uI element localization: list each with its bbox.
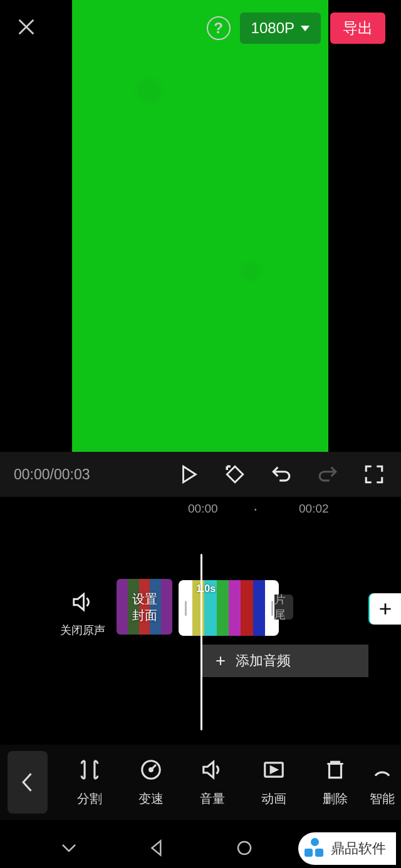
ruler-tick: 00:00: [188, 502, 218, 516]
tool-label: 变速: [120, 790, 182, 807]
timeline[interactable]: 关闭原声 设置 封面 1.0s 片尾 添加音频: [0, 519, 401, 720]
tool-label: 智能: [363, 790, 401, 807]
svg-point-1: [150, 768, 153, 771]
clip-handle-left[interactable]: [179, 580, 192, 636]
time-ruler: 00:00 • 00:02: [0, 499, 401, 518]
clip-content[interactable]: 1.0s: [192, 580, 265, 636]
selected-clip[interactable]: 1.0s: [179, 580, 279, 636]
clip-end-tag[interactable]: 片尾: [274, 595, 293, 620]
tool-animation[interactable]: 动画: [243, 758, 305, 807]
playhead[interactable]: [200, 554, 202, 730]
time-display: 00:00/00:03: [14, 466, 90, 483]
player-bar: 00:00/00:03: [0, 452, 401, 497]
mute-label: 关闭原声: [60, 623, 105, 638]
tool-label: 音量: [182, 790, 243, 807]
nav-back-icon[interactable]: [147, 839, 166, 860]
tool-split[interactable]: 分割: [59, 758, 120, 807]
top-bar: ? 1080P 导出: [0, 0, 401, 56]
set-cover-button[interactable]: 设置 封面: [117, 579, 172, 635]
redo-icon[interactable]: [317, 464, 338, 485]
tool-volume[interactable]: 音量: [182, 758, 243, 807]
tool-speed[interactable]: 变速: [120, 758, 182, 807]
watermark-logo-icon: [305, 838, 326, 859]
help-icon[interactable]: ?: [207, 16, 231, 40]
nav-menu-icon[interactable]: [60, 839, 78, 860]
svg-point-3: [238, 842, 251, 854]
cover-label: 设置 封面: [132, 591, 157, 623]
tool-label: 分割: [59, 790, 120, 807]
add-clip-button[interactable]: [370, 593, 401, 625]
play-icon[interactable]: [178, 464, 199, 485]
watermark: 鼎品软件: [298, 832, 396, 865]
export-button[interactable]: 导出: [330, 13, 385, 44]
tool-back-button[interactable]: [8, 751, 48, 814]
add-audio-label: 添加音频: [236, 651, 291, 670]
chevron-down-icon: [301, 26, 310, 31]
tool-label: 动画: [243, 790, 305, 807]
nav-home-icon[interactable]: [235, 839, 254, 860]
mute-audio-button[interactable]: 关闭原声: [60, 590, 105, 638]
tool-smart[interactable]: 智能: [363, 758, 401, 807]
add-audio-button[interactable]: 添加音频: [200, 645, 368, 677]
tool-delete[interactable]: 删除: [305, 758, 366, 807]
close-icon[interactable]: [16, 16, 37, 40]
resolution-label: 1080P: [251, 19, 294, 37]
watermark-text: 鼎品软件: [331, 839, 386, 858]
fullscreen-icon[interactable]: [363, 464, 385, 485]
tool-label: 删除: [305, 790, 366, 807]
video-preview[interactable]: [72, 0, 328, 452]
clip-duration: 1.0s: [196, 583, 216, 595]
resolution-button[interactable]: 1080P: [240, 13, 321, 44]
ruler-tick: 00:02: [299, 502, 329, 516]
keyframe-icon[interactable]: [224, 464, 246, 485]
tool-bar: 分割 变速 音量 动画 删除 智能: [0, 745, 401, 820]
undo-icon[interactable]: [271, 464, 292, 485]
